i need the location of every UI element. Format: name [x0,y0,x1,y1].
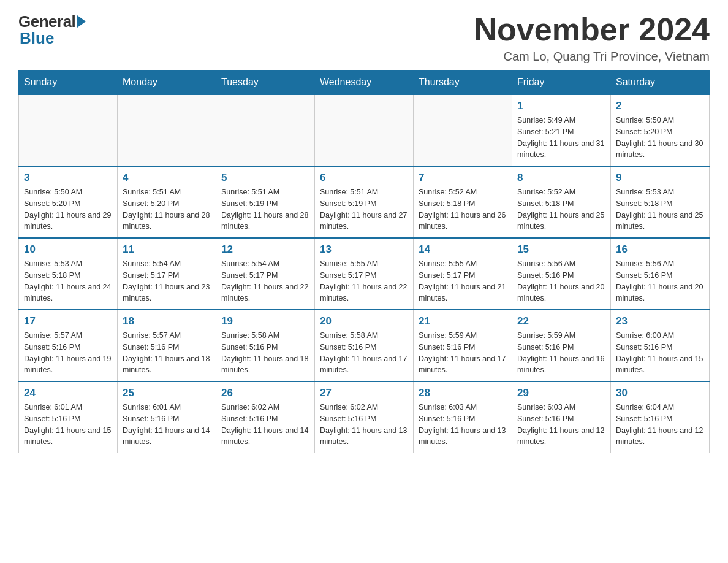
day-number: 10 [24,243,112,256]
day-info: Sunrise: 5:55 AMSunset: 5:17 PMDaylight:… [419,258,507,304]
day-info: Sunrise: 5:53 AMSunset: 5:18 PMDaylight:… [616,186,704,232]
day-info: Sunrise: 5:52 AMSunset: 5:18 PMDaylight:… [517,186,605,232]
day-info: Sunrise: 6:01 AMSunset: 5:16 PMDaylight:… [123,402,211,448]
calendar-cell [118,94,216,166]
day-info: Sunrise: 5:54 AMSunset: 5:17 PMDaylight:… [123,258,211,304]
calendar-cell: 20Sunrise: 5:58 AMSunset: 5:16 PMDayligh… [315,310,414,381]
day-number: 26 [221,387,309,399]
day-info: Sunrise: 6:00 AMSunset: 5:16 PMDaylight:… [616,330,704,376]
day-info: Sunrise: 5:51 AMSunset: 5:19 PMDaylight:… [221,186,309,232]
day-info: Sunrise: 5:57 AMSunset: 5:16 PMDaylight:… [24,330,112,376]
day-number: 8 [517,172,605,184]
calendar-cell [414,94,512,166]
day-number: 9 [616,172,704,184]
day-info: Sunrise: 5:51 AMSunset: 5:20 PMDaylight:… [123,186,211,232]
day-number: 21 [419,315,507,327]
day-number: 3 [24,172,112,184]
calendar-cell: 13Sunrise: 5:55 AMSunset: 5:17 PMDayligh… [315,238,414,310]
day-number: 25 [123,387,211,399]
day-number: 24 [24,387,112,399]
day-number: 2 [616,100,704,112]
calendar-cell: 14Sunrise: 5:55 AMSunset: 5:17 PMDayligh… [414,238,512,310]
day-number: 20 [320,315,408,327]
calendar-cell: 6Sunrise: 5:51 AMSunset: 5:19 PMDaylight… [315,166,414,238]
day-number: 12 [221,243,309,256]
calendar-day-header: Saturday [611,71,710,95]
day-info: Sunrise: 5:50 AMSunset: 5:20 PMDaylight:… [24,186,112,232]
calendar-cell: 3Sunrise: 5:50 AMSunset: 5:20 PMDaylight… [19,166,118,238]
day-number: 1 [517,100,605,112]
calendar-cell: 1Sunrise: 5:49 AMSunset: 5:21 PMDaylight… [512,94,611,166]
calendar-cell: 11Sunrise: 5:54 AMSunset: 5:17 PMDayligh… [118,238,216,310]
calendar-table: SundayMondayTuesdayWednesdayThursdayFrid… [18,70,710,453]
day-number: 14 [419,243,507,256]
calendar-cell: 9Sunrise: 5:53 AMSunset: 5:18 PMDaylight… [611,166,710,238]
calendar-cell: 19Sunrise: 5:58 AMSunset: 5:16 PMDayligh… [216,310,315,381]
calendar-cell: 30Sunrise: 6:04 AMSunset: 5:16 PMDayligh… [611,381,710,453]
calendar-cell: 18Sunrise: 5:57 AMSunset: 5:16 PMDayligh… [118,310,216,381]
calendar-header-row: SundayMondayTuesdayWednesdayThursdayFrid… [19,71,710,95]
month-title: November 2024 [474,12,710,47]
day-number: 5 [221,172,309,184]
calendar-cell: 27Sunrise: 6:02 AMSunset: 5:16 PMDayligh… [315,381,414,453]
day-info: Sunrise: 5:59 AMSunset: 5:16 PMDaylight:… [419,330,507,376]
day-number: 6 [320,172,408,184]
calendar-cell: 7Sunrise: 5:52 AMSunset: 5:18 PMDaylight… [414,166,512,238]
day-info: Sunrise: 5:58 AMSunset: 5:16 PMDaylight:… [221,330,309,376]
calendar-cell [315,94,414,166]
day-info: Sunrise: 6:01 AMSunset: 5:16 PMDaylight:… [24,402,112,448]
calendar-cell: 26Sunrise: 6:02 AMSunset: 5:16 PMDayligh… [216,381,315,453]
logo-blue-text: Blue [18,29,54,48]
day-info: Sunrise: 5:53 AMSunset: 5:18 PMDaylight:… [24,258,112,304]
day-number: 11 [123,243,211,256]
day-info: Sunrise: 5:51 AMSunset: 5:19 PMDaylight:… [320,186,408,232]
page-header: General Blue November 2024 Cam Lo, Quang… [18,12,710,64]
calendar-cell: 10Sunrise: 5:53 AMSunset: 5:18 PMDayligh… [19,238,118,310]
day-number: 29 [517,387,605,399]
day-number: 27 [320,387,408,399]
day-number: 28 [419,387,507,399]
calendar-day-header: Monday [118,71,216,95]
day-info: Sunrise: 5:59 AMSunset: 5:16 PMDaylight:… [517,330,605,376]
day-number: 22 [517,315,605,327]
calendar-cell: 16Sunrise: 5:56 AMSunset: 5:16 PMDayligh… [611,238,710,310]
day-info: Sunrise: 5:49 AMSunset: 5:21 PMDaylight:… [517,115,605,161]
day-info: Sunrise: 5:56 AMSunset: 5:16 PMDaylight:… [517,258,605,304]
day-number: 17 [24,315,112,327]
calendar-cell: 4Sunrise: 5:51 AMSunset: 5:20 PMDaylight… [118,166,216,238]
calendar-week-row: 1Sunrise: 5:49 AMSunset: 5:21 PMDaylight… [19,94,710,166]
calendar-cell: 2Sunrise: 5:50 AMSunset: 5:20 PMDaylight… [611,94,710,166]
day-info: Sunrise: 6:03 AMSunset: 5:16 PMDaylight:… [517,402,605,448]
day-number: 18 [123,315,211,327]
calendar-day-header: Wednesday [315,71,414,95]
day-number: 15 [517,243,605,256]
day-info: Sunrise: 5:54 AMSunset: 5:17 PMDaylight:… [221,258,309,304]
calendar-cell: 25Sunrise: 6:01 AMSunset: 5:16 PMDayligh… [118,381,216,453]
day-number: 7 [419,172,507,184]
day-info: Sunrise: 5:55 AMSunset: 5:17 PMDaylight:… [320,258,408,304]
calendar-cell [216,94,315,166]
day-number: 30 [616,387,704,399]
day-info: Sunrise: 5:57 AMSunset: 5:16 PMDaylight:… [123,330,211,376]
day-number: 23 [616,315,704,327]
day-number: 16 [616,243,704,256]
day-info: Sunrise: 5:50 AMSunset: 5:20 PMDaylight:… [616,115,704,161]
day-info: Sunrise: 6:03 AMSunset: 5:16 PMDaylight:… [419,402,507,448]
calendar-cell: 17Sunrise: 5:57 AMSunset: 5:16 PMDayligh… [19,310,118,381]
day-number: 19 [221,315,309,327]
calendar-cell: 23Sunrise: 6:00 AMSunset: 5:16 PMDayligh… [611,310,710,381]
logo: General Blue [18,12,86,48]
day-info: Sunrise: 5:56 AMSunset: 5:16 PMDaylight:… [616,258,704,304]
calendar-cell: 5Sunrise: 5:51 AMSunset: 5:19 PMDaylight… [216,166,315,238]
day-info: Sunrise: 6:02 AMSunset: 5:16 PMDaylight:… [320,402,408,448]
day-info: Sunrise: 5:52 AMSunset: 5:18 PMDaylight:… [419,186,507,232]
title-section: November 2024 Cam Lo, Quang Tri Province… [474,12,710,64]
calendar-week-row: 24Sunrise: 6:01 AMSunset: 5:16 PMDayligh… [19,381,710,453]
day-number: 4 [123,172,211,184]
calendar-day-header: Sunday [19,71,118,95]
day-number: 13 [320,243,408,256]
calendar-cell: 8Sunrise: 5:52 AMSunset: 5:18 PMDaylight… [512,166,611,238]
calendar-cell: 29Sunrise: 6:03 AMSunset: 5:16 PMDayligh… [512,381,611,453]
day-info: Sunrise: 6:04 AMSunset: 5:16 PMDaylight:… [616,402,704,448]
calendar-day-header: Tuesday [216,71,315,95]
